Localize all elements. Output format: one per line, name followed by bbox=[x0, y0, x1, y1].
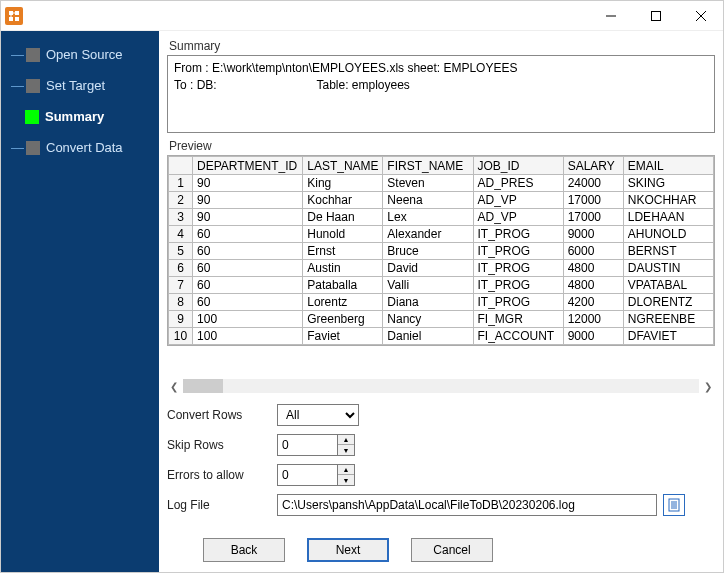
cell[interactable]: LDEHAAN bbox=[623, 209, 713, 226]
column-header[interactable]: LAST_NAME bbox=[303, 157, 383, 175]
minimize-button[interactable] bbox=[588, 1, 633, 31]
cell[interactable]: IT_PROG bbox=[473, 277, 563, 294]
cell[interactable]: AD_PRES bbox=[473, 175, 563, 192]
sidebar-item-summary[interactable]: Summary bbox=[11, 105, 159, 128]
skip-rows-up-icon[interactable]: ▲ bbox=[338, 435, 354, 445]
cell[interactable]: 17000 bbox=[563, 209, 623, 226]
close-button[interactable] bbox=[678, 1, 723, 31]
sidebar-item-open-source[interactable]: —Open Source bbox=[11, 43, 159, 66]
cell[interactable]: 17000 bbox=[563, 192, 623, 209]
table-row[interactable]: 660AustinDavidIT_PROG4800DAUSTIN bbox=[169, 260, 714, 277]
errors-input[interactable] bbox=[277, 464, 337, 486]
column-header[interactable]: FIRST_NAME bbox=[383, 157, 473, 175]
table-row[interactable]: 190KingStevenAD_PRES24000SKING bbox=[169, 175, 714, 192]
cell[interactable]: 100 bbox=[193, 328, 303, 345]
cell[interactable]: 60 bbox=[193, 260, 303, 277]
cell[interactable]: 60 bbox=[193, 226, 303, 243]
cell[interactable]: 90 bbox=[193, 192, 303, 209]
cell[interactable]: VPATABAL bbox=[623, 277, 713, 294]
horizontal-scrollbar[interactable]: ❮ ❯ bbox=[167, 378, 715, 394]
cell[interactable]: AHUNOLD bbox=[623, 226, 713, 243]
cell[interactable]: DLORENTZ bbox=[623, 294, 713, 311]
cell[interactable]: Lex bbox=[383, 209, 473, 226]
cell[interactable]: 90 bbox=[193, 175, 303, 192]
table-row[interactable]: 460HunoldAlexanderIT_PROG9000AHUNOLD bbox=[169, 226, 714, 243]
cell[interactable]: IT_PROG bbox=[473, 260, 563, 277]
cell[interactable]: 9000 bbox=[563, 328, 623, 345]
skip-rows-down-icon[interactable]: ▼ bbox=[338, 445, 354, 455]
cell[interactable]: Diana bbox=[383, 294, 473, 311]
cell[interactable]: 60 bbox=[193, 294, 303, 311]
cell[interactable]: 12000 bbox=[563, 311, 623, 328]
next-button[interactable]: Next bbox=[307, 538, 389, 562]
cell[interactable]: Austin bbox=[303, 260, 383, 277]
cell[interactable]: IT_PROG bbox=[473, 226, 563, 243]
cell[interactable]: AD_VP bbox=[473, 192, 563, 209]
cell[interactable]: IT_PROG bbox=[473, 294, 563, 311]
table-row[interactable]: 390De HaanLexAD_VP17000LDEHAAN bbox=[169, 209, 714, 226]
cell[interactable]: Kochhar bbox=[303, 192, 383, 209]
cell[interactable]: Ernst bbox=[303, 243, 383, 260]
scroll-thumb[interactable] bbox=[183, 379, 223, 393]
scroll-track[interactable] bbox=[183, 379, 699, 393]
table-row[interactable]: 10100FavietDanielFI_ACCOUNT9000DFAVIET bbox=[169, 328, 714, 345]
cell[interactable]: Neena bbox=[383, 192, 473, 209]
skip-rows-input[interactable] bbox=[277, 434, 337, 456]
cell[interactable]: Pataballa bbox=[303, 277, 383, 294]
cell[interactable]: Bruce bbox=[383, 243, 473, 260]
cell[interactable]: Daniel bbox=[383, 328, 473, 345]
cell[interactable]: Hunold bbox=[303, 226, 383, 243]
cell[interactable]: Faviet bbox=[303, 328, 383, 345]
cell[interactable]: 90 bbox=[193, 209, 303, 226]
cell[interactable]: BERNST bbox=[623, 243, 713, 260]
column-header[interactable]: EMAIL bbox=[623, 157, 713, 175]
table-row[interactable]: 860LorentzDianaIT_PROG4200DLORENTZ bbox=[169, 294, 714, 311]
cell[interactable]: IT_PROG bbox=[473, 243, 563, 260]
cell[interactable]: De Haan bbox=[303, 209, 383, 226]
cell[interactable]: Greenberg bbox=[303, 311, 383, 328]
preview-table[interactable]: DEPARTMENT_IDLAST_NAMEFIRST_NAMEJOB_IDSA… bbox=[168, 156, 714, 345]
table-row[interactable]: 760PataballaValliIT_PROG4800VPATABAL bbox=[169, 277, 714, 294]
column-header[interactable]: JOB_ID bbox=[473, 157, 563, 175]
cell[interactable]: SKING bbox=[623, 175, 713, 192]
convert-rows-select[interactable]: All bbox=[277, 404, 359, 426]
column-header[interactable]: DEPARTMENT_ID bbox=[193, 157, 303, 175]
cell[interactable]: 60 bbox=[193, 277, 303, 294]
cell[interactable]: Valli bbox=[383, 277, 473, 294]
errors-down-icon[interactable]: ▼ bbox=[338, 475, 354, 485]
sidebar-item-convert-data[interactable]: —Convert Data bbox=[11, 136, 159, 159]
table-row[interactable]: 560ErnstBruceIT_PROG6000BERNST bbox=[169, 243, 714, 260]
scroll-left-icon[interactable]: ❮ bbox=[167, 379, 181, 393]
cell[interactable]: 4800 bbox=[563, 277, 623, 294]
maximize-button[interactable] bbox=[633, 1, 678, 31]
cell[interactable]: 4200 bbox=[563, 294, 623, 311]
cell[interactable]: DFAVIET bbox=[623, 328, 713, 345]
cell[interactable]: Nancy bbox=[383, 311, 473, 328]
cell[interactable]: 6000 bbox=[563, 243, 623, 260]
cell[interactable]: Steven bbox=[383, 175, 473, 192]
cell[interactable]: David bbox=[383, 260, 473, 277]
logfile-input[interactable] bbox=[277, 494, 657, 516]
table-row[interactable]: 290KochharNeenaAD_VP17000NKOCHHAR bbox=[169, 192, 714, 209]
column-header[interactable]: SALARY bbox=[563, 157, 623, 175]
errors-up-icon[interactable]: ▲ bbox=[338, 465, 354, 475]
cell[interactable]: Lorentz bbox=[303, 294, 383, 311]
table-row[interactable]: 9100GreenbergNancyFI_MGR12000NGREENBE bbox=[169, 311, 714, 328]
cell[interactable]: 24000 bbox=[563, 175, 623, 192]
cell[interactable]: 60 bbox=[193, 243, 303, 260]
cell[interactable]: King bbox=[303, 175, 383, 192]
cell[interactable]: DAUSTIN bbox=[623, 260, 713, 277]
cell[interactable]: Alexander bbox=[383, 226, 473, 243]
cell[interactable]: 4800 bbox=[563, 260, 623, 277]
cell[interactable]: AD_VP bbox=[473, 209, 563, 226]
browse-button[interactable] bbox=[663, 494, 685, 516]
cell[interactable]: NGREENBE bbox=[623, 311, 713, 328]
cell[interactable]: 9000 bbox=[563, 226, 623, 243]
cancel-button[interactable]: Cancel bbox=[411, 538, 493, 562]
cell[interactable]: FI_MGR bbox=[473, 311, 563, 328]
sidebar-item-set-target[interactable]: —Set Target bbox=[11, 74, 159, 97]
cell[interactable]: 100 bbox=[193, 311, 303, 328]
back-button[interactable]: Back bbox=[203, 538, 285, 562]
scroll-right-icon[interactable]: ❯ bbox=[701, 379, 715, 393]
cell[interactable]: FI_ACCOUNT bbox=[473, 328, 563, 345]
